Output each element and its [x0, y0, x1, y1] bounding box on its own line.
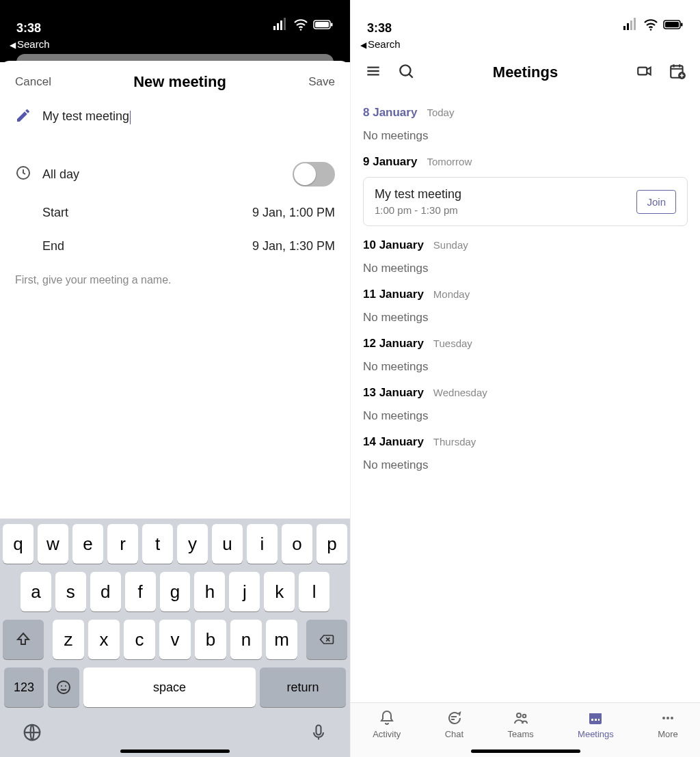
key-n[interactable]: n [230, 620, 262, 659]
new-meeting-icon[interactable] [669, 62, 686, 83]
key-j[interactable]: j [229, 572, 260, 611]
key-p[interactable]: p [317, 524, 347, 564]
mic-icon[interactable] [309, 722, 328, 747]
key-q[interactable]: q [3, 524, 33, 564]
key-d[interactable]: d [90, 572, 121, 611]
svg-rect-14 [623, 26, 625, 30]
calendar-list[interactable]: 8 JanuaryTodayNo meetings9 JanuaryTomorr… [351, 106, 700, 472]
meeting-title-input[interactable]: My test meeting [42, 109, 335, 124]
key-b[interactable]: b [195, 620, 226, 659]
key-z[interactable]: z [53, 620, 84, 659]
home-indicator[interactable] [471, 749, 580, 753]
tab-label: Teams [507, 729, 533, 739]
svg-point-26 [517, 713, 521, 717]
back-label: Search [17, 38, 50, 50]
key-m[interactable]: m [266, 620, 297, 659]
day-header: 9 JanuaryTomorrow [363, 155, 688, 169]
ios-keyboard: qwertyuiop asdfghjkl zxcvbnm 123 space r… [0, 519, 350, 757]
join-button[interactable]: Join [636, 190, 676, 214]
emoji-key[interactable] [48, 667, 79, 707]
tab-meetings[interactable]: Meetings [578, 710, 614, 739]
sheet-header: Cancel New meeting Save [0, 61, 350, 98]
meeting-card[interactable]: My test meeting1:00 pm - 1:30 pmJoin [363, 177, 688, 226]
svg-point-34 [667, 717, 669, 719]
end-row[interactable]: End 9 Jan, 1:30 PM [0, 230, 350, 263]
no-meetings-text: No meetings [363, 409, 688, 423]
text-cursor [130, 111, 131, 124]
day-header: 14 JanuaryThursday [363, 435, 688, 449]
all-day-toggle[interactable] [293, 162, 335, 187]
key-v[interactable]: v [159, 620, 191, 659]
numbers-key[interactable]: 123 [4, 667, 44, 707]
svg-rect-16 [630, 20, 632, 30]
svg-rect-2 [280, 20, 282, 30]
space-key[interactable]: space [83, 667, 256, 707]
status-time: 3:38 [367, 21, 392, 36]
shift-key[interactable] [3, 620, 44, 659]
key-i[interactable]: i [247, 524, 278, 564]
svg-rect-3 [284, 18, 286, 30]
sheet-title: New meeting [133, 73, 226, 91]
svg-point-10 [61, 685, 62, 687]
key-x[interactable]: x [88, 620, 120, 659]
svg-rect-6 [315, 22, 329, 27]
home-indicator[interactable] [120, 749, 230, 753]
svg-rect-20 [665, 22, 679, 27]
back-to-search[interactable]: ◀Search [0, 38, 350, 54]
day-date: 12 January [363, 337, 424, 350]
key-w[interactable]: w [38, 524, 68, 564]
back-to-search[interactable]: ◀Search [351, 38, 700, 54]
backspace-key[interactable] [306, 620, 347, 659]
key-c[interactable]: c [124, 620, 155, 659]
svg-rect-17 [634, 18, 636, 30]
key-s[interactable]: s [55, 572, 86, 611]
search-icon[interactable] [397, 62, 415, 83]
battery-icon [663, 20, 684, 32]
svg-rect-30 [591, 719, 593, 721]
tab-activity[interactable]: Activity [373, 710, 401, 739]
new-meeting-pane: 3:38 ◀Search Cancel New meeting Save [0, 0, 350, 757]
day-header: 13 JanuaryWednesday [363, 386, 688, 400]
key-f[interactable]: f [125, 572, 156, 611]
start-value: 9 Jan, 1:00 PM [252, 206, 335, 220]
new-meeting-sheet: Cancel New meeting Save My test meeting … [0, 61, 350, 512]
key-r[interactable]: r [107, 524, 138, 564]
key-e[interactable]: e [72, 524, 103, 564]
save-button[interactable]: Save [308, 75, 335, 89]
tab-chat[interactable]: Chat [445, 710, 463, 739]
svg-rect-15 [627, 23, 629, 30]
day-date: 10 January [363, 238, 424, 252]
svg-rect-21 [681, 23, 683, 27]
meet-now-icon[interactable] [636, 62, 654, 83]
key-y[interactable]: y [177, 524, 208, 564]
return-key[interactable]: return [260, 667, 346, 707]
key-h[interactable]: h [194, 572, 225, 611]
start-row[interactable]: Start 9 Jan, 1:00 PM [0, 196, 350, 230]
day-subtitle: Thursday [433, 436, 476, 448]
key-a[interactable]: a [21, 572, 51, 611]
day-header: 11 JanuaryMonday [363, 288, 688, 301]
key-u[interactable]: u [212, 524, 243, 564]
day-date: 9 January [363, 155, 417, 169]
cancel-button[interactable]: Cancel [15, 75, 51, 89]
day-subtitle: Wednesday [433, 387, 487, 398]
status-bar: 3:38 [0, 0, 350, 38]
tab-more[interactable]: More [658, 710, 678, 739]
globe-icon[interactable] [22, 722, 42, 747]
no-meetings-text: No meetings [363, 360, 688, 374]
page-title: Meetings [493, 64, 558, 81]
signal-icon [622, 16, 638, 36]
key-o[interactable]: o [282, 524, 312, 564]
hamburger-icon[interactable] [364, 62, 382, 83]
key-t[interactable]: t [142, 524, 173, 564]
tab-teams[interactable]: Teams [507, 710, 533, 739]
key-k[interactable]: k [264, 572, 295, 611]
svg-rect-32 [598, 719, 600, 721]
clock-icon [15, 165, 42, 184]
meeting-title-row[interactable]: My test meeting [0, 98, 350, 136]
meeting-time: 1:00 pm - 1:30 pm [375, 204, 461, 216]
day-subtitle: Today [427, 107, 454, 118]
day-header: 10 JanuarySunday [363, 238, 688, 252]
key-g[interactable]: g [160, 572, 191, 611]
key-l[interactable]: l [299, 572, 329, 611]
